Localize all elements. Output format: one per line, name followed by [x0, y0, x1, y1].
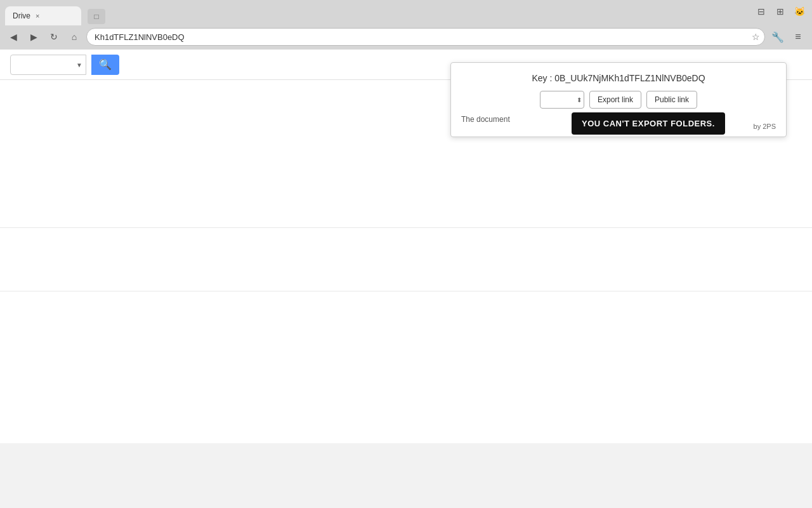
address-bar-row: ◀ ▶ ↻ ⌂ ☆ 🔧 ≡ — [0, 25, 812, 50]
popup-key-value: 0B_UUk7NjMKh1dTFLZ1NlNVB0eDQ — [554, 73, 705, 83]
error-tooltip: YOU CAN'T EXPORT FOLDERS. — [572, 112, 725, 135]
emoji-btn[interactable]: 🐱 — [792, 4, 807, 19]
forward-btn[interactable]: ▶ — [25, 29, 42, 45]
by-2ps-label: by 2PS — [754, 123, 776, 130]
popup-select-wrapper — [540, 91, 584, 109]
new-tab-btn[interactable]: □ — [88, 9, 105, 24]
export-link-btn[interactable]: Export link — [589, 91, 641, 109]
divider-line-1 — [0, 227, 812, 228]
toolbar-right: 🔧 ≡ — [769, 28, 807, 46]
address-input[interactable] — [86, 28, 765, 46]
page-content: ▼ 🔍 Key : 0B_UUk7NjMKh1dTFLZ1NlNVB0eDQ E… — [0, 50, 812, 443]
browser-tab-drive[interactable]: Drive × — [5, 6, 81, 25]
popup-format-select[interactable] — [540, 91, 584, 109]
search-btn[interactable]: 🔍 — [91, 55, 119, 75]
tab-close-btn[interactable]: × — [36, 12, 39, 20]
home-btn[interactable]: ⌂ — [66, 29, 82, 45]
popup-key-prefix-label: Key : — [532, 73, 552, 83]
search-dropdown: ▼ — [10, 55, 86, 75]
extensions-icon[interactable]: 🔧 — [769, 28, 787, 46]
window-right-controls: ⊟ ⊞ 🐱 — [754, 4, 807, 19]
new-tab-icon: □ — [94, 12, 98, 21]
address-bar-icons: ☆ — [752, 32, 760, 42]
favorite-icon[interactable]: ☆ — [752, 32, 760, 42]
reload-btn[interactable]: ↻ — [46, 29, 62, 45]
popup-key-row: Key : 0B_UUk7NjMKh1dTFLZ1NlNVB0eDQ — [461, 73, 776, 83]
window-maximize-btn[interactable]: ⊞ — [773, 4, 788, 19]
popup-panel: Key : 0B_UUk7NjMKh1dTFLZ1NlNVB0eDQ Expor… — [450, 62, 787, 137]
divider-line-2 — [0, 291, 812, 291]
search-filter-select[interactable] — [10, 55, 86, 75]
window-minimize-btn[interactable]: ⊟ — [754, 4, 769, 19]
cat-emoji-icon: 🐱 — [794, 6, 805, 17]
popup-buttons-row: Export link Public link — [461, 91, 776, 109]
tab-label: Drive — [13, 11, 30, 20]
public-link-btn[interactable]: Public link — [646, 91, 697, 109]
address-bar-container: ☆ — [86, 28, 765, 46]
search-icon: 🔍 — [99, 58, 112, 70]
back-btn[interactable]: ◀ — [5, 29, 22, 45]
hamburger-menu-btn[interactable]: ≡ — [789, 28, 807, 46]
